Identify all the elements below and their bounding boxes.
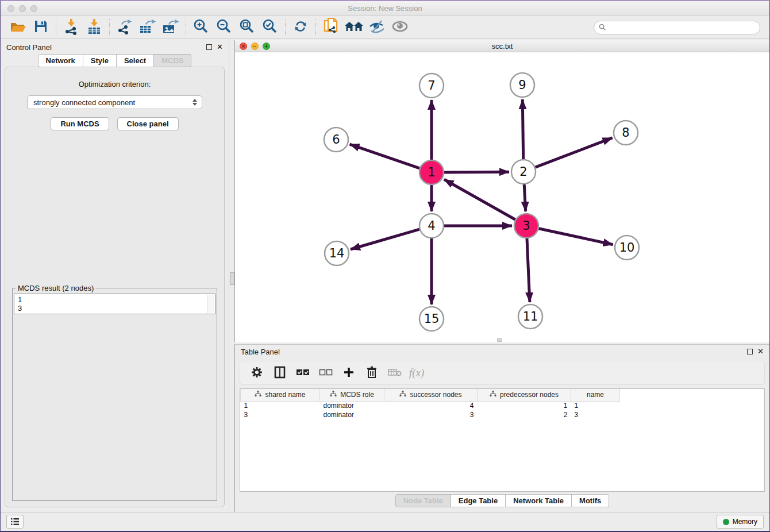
tab-style[interactable]: Style bbox=[83, 54, 117, 67]
close-panel-icon[interactable]: ✕ bbox=[217, 44, 223, 50]
mcds-result-area[interactable]: 1 3 bbox=[14, 294, 215, 314]
optimization-criterion-label: Optimization criterion: bbox=[12, 80, 217, 88]
cell[interactable]: 1 bbox=[241, 401, 320, 410]
graph-node-11[interactable]: 11 bbox=[518, 304, 542, 329]
export-table-button[interactable] bbox=[136, 18, 159, 37]
export-image-button[interactable] bbox=[159, 18, 182, 37]
graph-node-10[interactable]: 10 bbox=[615, 236, 639, 260]
cell[interactable]: 3 bbox=[384, 410, 478, 419]
float-panel-icon[interactable] bbox=[206, 44, 212, 50]
memory-button[interactable]: Memory bbox=[717, 515, 764, 529]
columns-icon bbox=[274, 366, 286, 380]
edge-3-1[interactable] bbox=[444, 179, 515, 219]
cell[interactable]: 1 bbox=[571, 401, 620, 410]
tab-node-table[interactable]: Node Table bbox=[395, 494, 451, 507]
export-network-button[interactable] bbox=[113, 18, 136, 37]
graph-node-2[interactable]: 2 bbox=[511, 160, 536, 184]
show-all-button[interactable] bbox=[388, 18, 411, 37]
zoom-fit-button[interactable] bbox=[236, 18, 259, 37]
table-row[interactable]: 1dominator411 bbox=[241, 401, 620, 410]
search-box[interactable] bbox=[594, 21, 760, 34]
table-row[interactable]: 3dominator323 bbox=[241, 410, 620, 419]
optimization-criterion-select[interactable]: strongly connected component bbox=[27, 95, 202, 109]
refresh-button[interactable] bbox=[289, 18, 312, 37]
column-header-successor-nodes[interactable]: successor nodes bbox=[384, 389, 478, 401]
gear-button[interactable] bbox=[248, 364, 265, 381]
cell[interactable]: 1 bbox=[478, 401, 571, 410]
status-bar: Memory bbox=[1, 512, 769, 531]
deselect-all-button[interactable] bbox=[317, 364, 334, 381]
divider-handle[interactable] bbox=[230, 272, 234, 285]
panel-divider[interactable] bbox=[229, 40, 234, 512]
column-header-MCDS-role[interactable]: MCDS role bbox=[320, 389, 384, 401]
close-table-panel-icon[interactable]: ✕ bbox=[757, 349, 764, 354]
network-graph[interactable]: 7968124314101511 bbox=[235, 52, 769, 341]
task-history-button[interactable] bbox=[6, 515, 24, 529]
graph-node-6[interactable]: 6 bbox=[324, 128, 348, 152]
save-session-button[interactable] bbox=[29, 18, 52, 37]
cell[interactable]: 3 bbox=[241, 410, 320, 419]
network-canvas[interactable]: 7968124314101511 bbox=[235, 52, 769, 342]
graph-node-4[interactable]: 4 bbox=[419, 214, 444, 238]
float-table-panel-icon[interactable] bbox=[747, 349, 753, 354]
function-builder-button[interactable]: f(x) bbox=[409, 367, 424, 379]
search-input[interactable] bbox=[609, 24, 755, 32]
cell[interactable]: 4 bbox=[384, 401, 478, 410]
import-table-button[interactable] bbox=[83, 18, 106, 37]
select-stepper-icon bbox=[190, 99, 199, 106]
cell[interactable]: 3 bbox=[571, 410, 620, 419]
column-header-predecessor-nodes[interactable]: predecessor nodes bbox=[478, 389, 571, 401]
edge-2-3[interactable] bbox=[524, 184, 526, 211]
cell[interactable]: 2 bbox=[478, 410, 571, 419]
open-session-button[interactable] bbox=[6, 18, 29, 37]
hide-selected-button[interactable] bbox=[365, 18, 388, 37]
tab-edge-table[interactable]: Edge Table bbox=[451, 494, 506, 507]
new-network-from-selection-button[interactable] bbox=[319, 18, 342, 37]
cell[interactable]: dominator bbox=[320, 410, 384, 419]
column-header-name[interactable]: name bbox=[571, 389, 620, 401]
node-table[interactable]: shared nameMCDS rolesuccessor nodesprede… bbox=[240, 388, 765, 492]
graph-node-7[interactable]: 7 bbox=[419, 74, 444, 98]
svg-text:10: 10 bbox=[619, 241, 635, 255]
edge-4-14[interactable] bbox=[351, 229, 419, 249]
columns-button[interactable] bbox=[271, 364, 288, 381]
tab-motifs[interactable]: Motifs bbox=[572, 494, 609, 507]
graph-node-3[interactable]: 3 bbox=[514, 214, 538, 238]
import-network-button[interactable] bbox=[60, 18, 83, 37]
delete-column-button[interactable] bbox=[363, 364, 380, 381]
edge-1-2[interactable] bbox=[444, 172, 509, 172]
select-all-button[interactable] bbox=[294, 364, 311, 381]
add-column-button[interactable] bbox=[340, 364, 357, 381]
cell[interactable]: dominator bbox=[320, 401, 384, 410]
canvas-resize-handle[interactable] bbox=[497, 338, 502, 342]
graph-node-8[interactable]: 8 bbox=[614, 121, 638, 145]
graph-node-14[interactable]: 14 bbox=[325, 241, 349, 265]
graph-node-15[interactable]: 15 bbox=[419, 307, 444, 331]
zoom-in-button[interactable] bbox=[190, 18, 213, 37]
tab-network-table[interactable]: Network Table bbox=[506, 494, 572, 507]
list-icon bbox=[10, 518, 20, 526]
zoom-selected-button[interactable] bbox=[259, 18, 282, 37]
edge-2-8[interactable] bbox=[536, 138, 613, 167]
edge-3-10[interactable] bbox=[539, 229, 613, 245]
zoom-out-button[interactable] bbox=[213, 18, 236, 37]
run-mcds-button[interactable]: Run MCDS bbox=[51, 117, 109, 130]
edge-2-9[interactable] bbox=[522, 99, 523, 159]
graph-node-9[interactable]: 9 bbox=[510, 73, 534, 97]
tab-select[interactable]: Select bbox=[117, 54, 154, 67]
tab-mcds[interactable]: MCDS bbox=[154, 54, 191, 67]
memory-status-icon bbox=[723, 519, 729, 525]
toolbar-separator bbox=[109, 19, 110, 36]
graph-node-1[interactable]: 1 bbox=[419, 160, 444, 184]
first-neighbors-button[interactable] bbox=[342, 18, 365, 37]
toolbar-separator bbox=[186, 19, 186, 36]
edge-3-11[interactable] bbox=[527, 238, 530, 302]
delete-table-button[interactable] bbox=[386, 364, 403, 381]
deselect-all-icon bbox=[319, 368, 333, 378]
result-scrollbar[interactable] bbox=[207, 295, 214, 313]
svg-text:3: 3 bbox=[522, 219, 530, 233]
edge-1-6[interactable] bbox=[350, 144, 420, 168]
column-header-shared-name[interactable]: shared name bbox=[241, 389, 320, 401]
close-panel-button[interactable]: Close panel bbox=[117, 117, 179, 130]
tab-network[interactable]: Network bbox=[38, 54, 83, 67]
